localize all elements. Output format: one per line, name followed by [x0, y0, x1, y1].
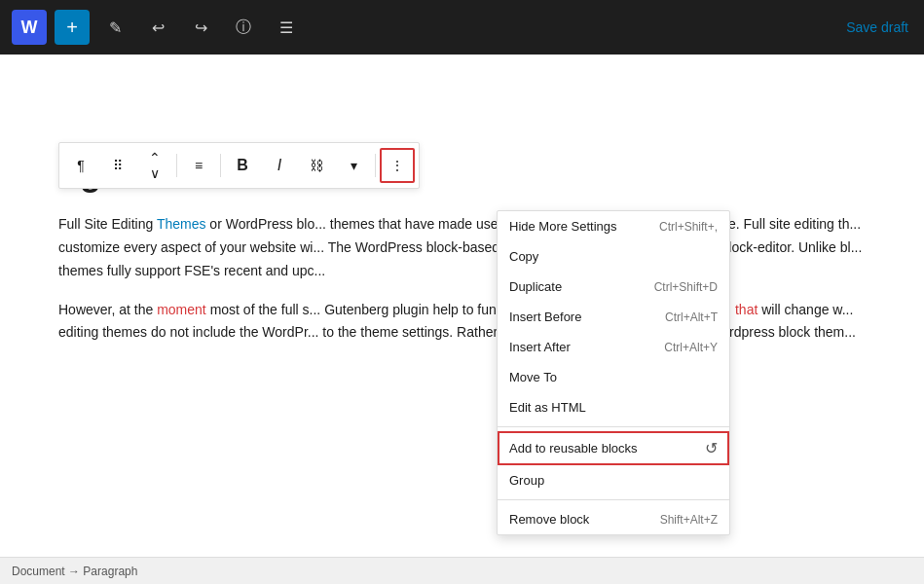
menu-divider-2 [498, 499, 729, 500]
breadcrumb-text: Document → Paragraph [12, 565, 137, 578]
menu-item-edit-as-html[interactable]: Edit as HTML [498, 392, 729, 422]
align-button[interactable]: ≡ [181, 148, 216, 183]
breadcrumb: Document → Paragraph [0, 557, 924, 584]
menu-label-move-to: Move To [509, 370, 557, 384]
context-menu: Hide More Settings Ctrl+Shift+, Copy Dup… [497, 210, 730, 535]
undo-button[interactable]: ↩ [140, 10, 175, 45]
content-paragraph-1: Full Site Editing Themes or WordPress bl… [58, 213, 866, 282]
menu-label-remove: Remove block [509, 512, 589, 527]
options-button[interactable]: ⋮ [380, 148, 415, 183]
menu-item-insert-after[interactable]: Insert After Ctrl+Alt+Y [498, 332, 729, 362]
menu-item-group[interactable]: Group [498, 465, 729, 495]
menu-item-insert-before[interactable]: Insert Before Ctrl+Alt+T [498, 302, 729, 332]
redo-button[interactable]: ↪ [183, 10, 218, 45]
shortcut-remove: Shift+Alt+Z [660, 513, 718, 527]
main-content: ¶ ⠿ ⌃∨ ≡ B I ⛓ ▾ ⋮ ng Theme? Full Site E… [0, 55, 924, 584]
menu-item-hide-more-settings[interactable]: Hide More Settings Ctrl+Shift+, [498, 211, 729, 241]
paragraph-type-button[interactable]: ¶ [63, 148, 98, 183]
shortcut-insert-before: Ctrl+Alt+T [665, 310, 718, 324]
list-view-button[interactable]: ☰ [269, 10, 304, 45]
menu-label-duplicate: Duplicate [509, 279, 562, 294]
menu-label-copy: Copy [509, 249, 538, 264]
italic-button[interactable]: I [262, 148, 297, 183]
toolbar-divider-3 [375, 154, 376, 177]
shortcut-insert-after: Ctrl+Alt+Y [664, 341, 718, 354]
link-button[interactable]: ⛓ [299, 148, 334, 183]
block-toolbar: ¶ ⠿ ⌃∨ ≡ B I ⛓ ▾ ⋮ [58, 142, 420, 189]
content-paragraph-2: However, at the moment most of the full … [58, 299, 866, 346]
menu-label-edit-html: Edit as HTML [509, 400, 586, 415]
menu-item-remove-block[interactable]: Remove block Shift+Alt+Z [498, 504, 729, 534]
themes-link: Themes [157, 216, 206, 232]
menu-label-add-reusable: Add to reusable blocks [509, 441, 638, 456]
menu-item-add-reusable[interactable]: Add to reusable blocks ↺ [498, 431, 729, 465]
menu-label-group: Group [509, 473, 544, 488]
toolbar-divider-1 [176, 154, 177, 177]
menu-label-hide: Hide More Settings [509, 219, 617, 234]
save-draft-button[interactable]: Save draft [846, 19, 908, 35]
post-content: Full Site Editing Themes or WordPress bl… [58, 213, 866, 345]
editor-area: ¶ ⠿ ⌃∨ ≡ B I ⛓ ▾ ⋮ ng Theme? Full Site E… [0, 55, 924, 584]
menu-label-insert-after: Insert After [509, 340, 571, 354]
top-bar: W + ✎ ↩ ↪ ⓘ ☰ Save draft [0, 0, 924, 55]
toolbar-divider-2 [220, 154, 221, 177]
highlight-that: that [735, 302, 758, 317]
more-dropdown-button[interactable]: ▾ [336, 148, 371, 183]
menu-label-insert-before: Insert Before [509, 310, 581, 324]
info-button[interactable]: ⓘ [226, 10, 261, 45]
move-up-down-button[interactable]: ⌃∨ [137, 148, 172, 183]
menu-item-duplicate[interactable]: Duplicate Ctrl+Shift+D [498, 272, 729, 302]
menu-item-move-to[interactable]: Move To [498, 362, 729, 392]
edit-icon-button[interactable]: ✎ [97, 10, 132, 45]
shortcut-hide: Ctrl+Shift+, [659, 220, 718, 234]
bold-button[interactable]: B [225, 148, 260, 183]
wp-logo: W [12, 10, 47, 45]
menu-divider-1 [498, 426, 729, 427]
highlight-moment: moment [157, 302, 206, 317]
drag-handle-button[interactable]: ⠿ [100, 148, 135, 183]
add-block-button[interactable]: + [55, 10, 90, 45]
shortcut-duplicate: Ctrl+Shift+D [654, 280, 718, 294]
reusable-icon: ↺ [705, 439, 718, 457]
menu-item-copy[interactable]: Copy [498, 241, 729, 272]
